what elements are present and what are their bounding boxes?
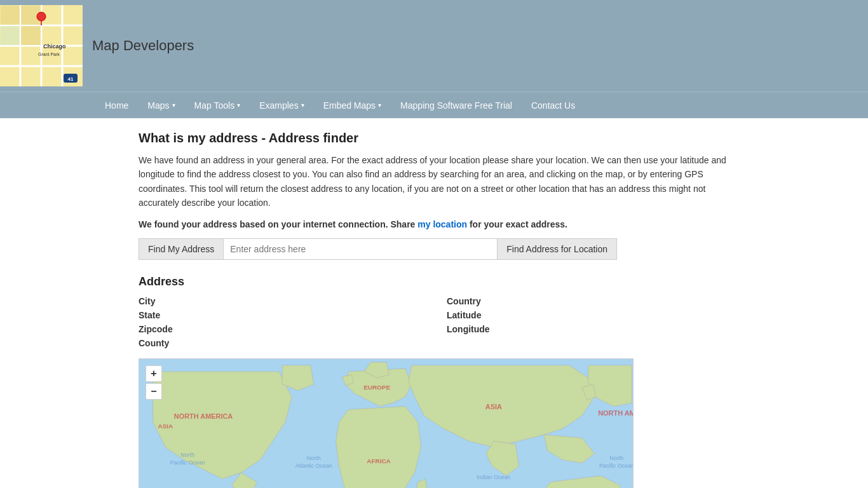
svg-text:EUROPE: EUROPE xyxy=(363,383,390,390)
svg-text:North: North xyxy=(610,454,624,461)
main-content: What is my address - Address finder We h… xyxy=(129,118,739,488)
svg-text:AFRICA: AFRICA xyxy=(367,457,390,464)
nav-map-tools[interactable]: Map Tools ▾ xyxy=(185,94,250,117)
my-location-link[interactable]: my location xyxy=(417,219,467,229)
nav-examples[interactable]: Examples ▾ xyxy=(250,94,313,117)
svg-text:ASIA: ASIA xyxy=(485,403,502,410)
zoom-out-button[interactable]: − xyxy=(146,383,162,400)
svg-rect-10 xyxy=(1,26,20,45)
longitude-label: Longitude xyxy=(447,324,491,334)
nav-contact-us[interactable]: Contact Us xyxy=(522,94,585,117)
embed-maps-dropdown-arrow: ▾ xyxy=(378,102,381,109)
site-title: Map Developers xyxy=(92,37,194,54)
header-title-area: Map Developers xyxy=(92,37,194,54)
description-text: We have found an address in your general… xyxy=(139,153,729,210)
page-title: What is my address - Address finder xyxy=(139,131,729,146)
search-row: Find My Address Find Address for Locatio… xyxy=(139,238,617,260)
address-longitude-row: Longitude xyxy=(447,324,729,334)
maps-dropdown-arrow: ▾ xyxy=(172,102,175,109)
nav-home[interactable]: Home xyxy=(95,94,138,117)
svg-text:NORTH AMERICA: NORTH AMERICA xyxy=(174,412,233,420)
navbar: Home Maps ▾ Map Tools ▾ Examples ▾ Embed… xyxy=(0,92,868,118)
svg-text:Chicago: Chicago xyxy=(43,43,66,50)
svg-rect-9 xyxy=(21,26,41,45)
address-grid: City Country State Latitude Z xyxy=(139,296,729,348)
logo-map-thumbnail: 41 Chicago Grant Park xyxy=(0,5,83,86)
svg-text:Grant Park: Grant Park xyxy=(38,52,60,57)
nav-items: Home Maps ▾ Map Tools ▾ Examples ▾ Embed… xyxy=(95,94,585,117)
svg-text:Indian Ocean: Indian Ocean xyxy=(477,473,510,480)
find-my-address-button[interactable]: Find My Address xyxy=(139,239,224,259)
svg-text:Atlantic Ocean: Atlantic Ocean xyxy=(295,462,332,468)
svg-text:Pacific Ocean: Pacific Ocean xyxy=(599,462,633,468)
nav-maps[interactable]: Maps ▾ xyxy=(138,94,184,117)
map-zoom-controls: + − xyxy=(146,365,162,400)
address-latitude-row: Latitude xyxy=(447,310,729,320)
svg-text:NORTH AM: NORTH AM xyxy=(598,409,633,417)
state-label: State xyxy=(139,310,183,320)
svg-text:41: 41 xyxy=(68,76,74,82)
world-map-svg: NORTH AMERICA NORTH AM EUROPE ASIA ASIA … xyxy=(139,359,633,488)
address-state-row: State xyxy=(139,310,421,320)
svg-text:Pacific Ocean: Pacific Ocean xyxy=(170,459,205,465)
address-county-row: County xyxy=(139,338,421,348)
city-label: City xyxy=(139,296,183,306)
nav-mapping-software[interactable]: Mapping Software Free Trial xyxy=(391,94,522,117)
zipcode-label: Zipcode xyxy=(139,324,183,334)
examples-dropdown-arrow: ▾ xyxy=(301,102,304,109)
location-prompt: We found your address based on your inte… xyxy=(139,219,729,229)
find-address-for-location-button[interactable]: Find Address for Location xyxy=(497,239,616,259)
svg-text:North: North xyxy=(307,454,321,461)
address-city-row: City xyxy=(139,296,421,306)
address-zipcode-row: Zipcode xyxy=(139,324,421,334)
zoom-in-button[interactable]: + xyxy=(146,365,162,382)
map-tools-dropdown-arrow: ▾ xyxy=(237,102,240,109)
header-top: 41 Chicago Grant Park Map Developers xyxy=(0,0,868,92)
header: 41 Chicago Grant Park Map Developers Hom… xyxy=(0,0,868,118)
svg-rect-7 xyxy=(1,6,20,25)
nav-embed-maps[interactable]: Embed Maps ▾ xyxy=(314,94,391,117)
county-label: County xyxy=(139,338,183,348)
address-section-title: Address xyxy=(139,275,729,288)
svg-text:ASIA: ASIA xyxy=(158,423,173,430)
svg-text:North: North xyxy=(180,451,194,458)
country-label: Country xyxy=(447,296,491,306)
svg-point-13 xyxy=(37,12,46,21)
latitude-label: Latitude xyxy=(447,310,491,320)
map-container[interactable]: + − xyxy=(139,358,634,488)
address-country-row: Country xyxy=(447,296,729,306)
address-input[interactable] xyxy=(224,239,497,259)
